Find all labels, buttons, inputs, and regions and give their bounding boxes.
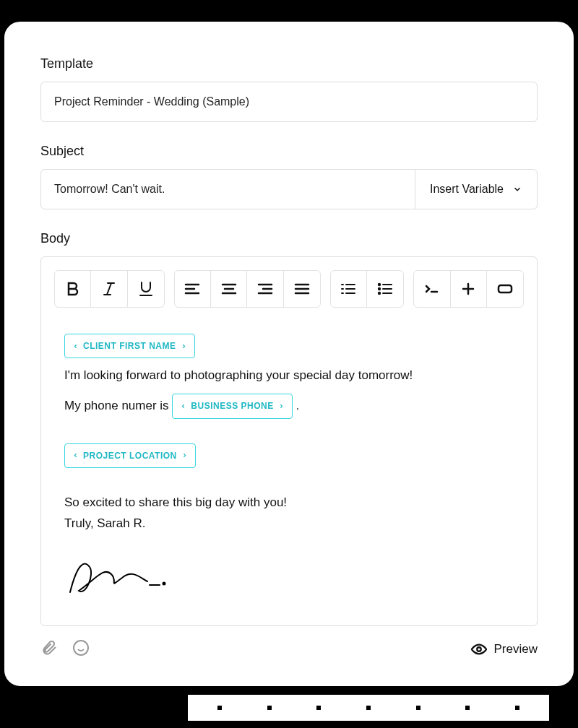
bottom-black-strip <box>0 688 578 728</box>
variable-business-phone[interactable]: BUSINESS PHONE <box>172 394 292 418</box>
add-button[interactable] <box>451 271 487 307</box>
plus-icon <box>460 280 477 298</box>
template-label: Template <box>40 56 538 72</box>
emoji-icon <box>72 639 90 656</box>
editor-footer: Preview <box>40 639 538 659</box>
underline-button[interactable] <box>128 271 164 307</box>
insert-variable-label: Insert Variable <box>430 183 504 196</box>
preview-button[interactable]: Preview <box>471 641 538 657</box>
bold-icon <box>64 280 82 298</box>
chevron-left-icon <box>72 343 79 350</box>
rectangle-icon <box>496 280 514 298</box>
svg-line-2 <box>107 283 111 295</box>
chevron-down-icon <box>512 184 522 194</box>
editor-content[interactable]: CLIENT FIRST NAME I'm looking forward to… <box>54 334 524 607</box>
align-group <box>174 270 321 308</box>
variable-project-location[interactable]: PROJECT LOCATION <box>64 443 196 468</box>
list-group <box>330 270 405 308</box>
svg-point-26 <box>379 288 380 290</box>
align-right-icon <box>256 280 274 298</box>
paperclip-icon <box>40 639 58 656</box>
align-left-icon <box>184 280 201 298</box>
align-justify-button[interactable] <box>284 271 320 307</box>
insert-group <box>413 270 524 308</box>
signature-image <box>64 556 514 607</box>
dot-pagination <box>188 695 549 721</box>
unordered-list-icon <box>376 280 394 298</box>
container-button[interactable] <box>487 271 523 307</box>
unordered-list-button[interactable] <box>367 271 403 307</box>
svg-point-25 <box>379 284 380 285</box>
body-line-4: Truly, Sarah R. <box>64 514 514 534</box>
body-line-3: So excited to share this big day with yo… <box>64 493 514 514</box>
underline-icon <box>137 280 155 298</box>
svg-point-37 <box>477 647 481 651</box>
top-black-bar <box>0 0 578 20</box>
code-button[interactable] <box>414 271 450 307</box>
align-center-icon <box>220 280 238 298</box>
text-style-group <box>54 270 165 308</box>
variable-client-first-name[interactable]: CLIENT FIRST NAME <box>64 334 195 358</box>
svg-point-27 <box>379 292 380 294</box>
svg-point-32 <box>163 582 165 584</box>
preview-label: Preview <box>494 642 538 656</box>
ordered-list-button[interactable] <box>331 271 367 307</box>
chevron-right-icon <box>278 403 285 410</box>
body-line-2-prefix: My phone numer is <box>64 399 172 412</box>
chevron-left-icon <box>180 403 186 410</box>
subject-input[interactable]: Tomorrow! Can't wait. <box>41 170 415 209</box>
attachment-button[interactable] <box>40 639 58 659</box>
tab-shape <box>43 0 405 20</box>
body-editor: CLIENT FIRST NAME I'm looking forward to… <box>40 256 538 626</box>
emoji-button[interactable] <box>72 639 90 659</box>
ordered-list-icon <box>340 280 357 298</box>
italic-button[interactable] <box>91 271 127 307</box>
code-icon <box>423 280 441 298</box>
subject-label: Subject <box>40 144 538 159</box>
svg-point-34 <box>74 641 88 655</box>
align-right-button[interactable] <box>247 271 283 307</box>
eye-icon <box>471 641 487 657</box>
align-left-button[interactable] <box>175 271 211 307</box>
body-line-1: I'm looking forward to photographing you… <box>64 365 514 386</box>
bold-button[interactable] <box>55 271 91 307</box>
body-label: Body <box>40 231 538 246</box>
chevron-right-icon <box>181 343 187 350</box>
align-justify-icon <box>293 280 311 298</box>
chevron-right-icon <box>181 452 188 459</box>
subject-row: Tomorrow! Can't wait. Insert Variable <box>40 169 538 209</box>
insert-variable-dropdown[interactable]: Insert Variable <box>415 170 537 209</box>
template-name-input[interactable]: Project Reminder - Wedding (Sample) <box>40 82 538 122</box>
italic-icon <box>100 280 118 298</box>
svg-rect-31 <box>499 285 512 292</box>
body-line-2-suffix: . <box>296 399 299 412</box>
template-editor-card: Template Project Reminder - Wedding (Sam… <box>3 20 575 688</box>
align-center-button[interactable] <box>211 271 247 307</box>
chevron-left-icon <box>72 452 79 459</box>
formatting-toolbar <box>54 270 524 308</box>
